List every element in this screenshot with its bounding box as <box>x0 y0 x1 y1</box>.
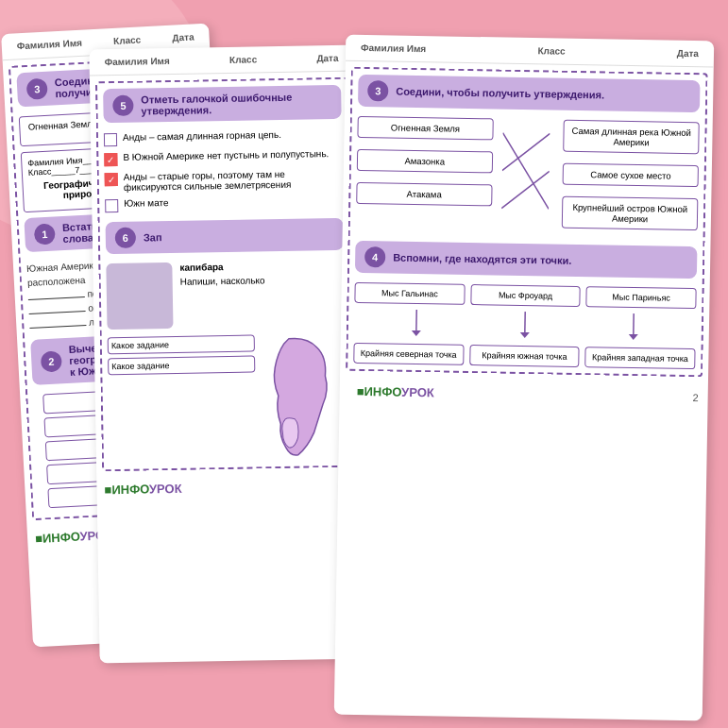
card3-task4-title: Вспомни, где находятся эти точки. <box>393 252 571 266</box>
logo-info3: ■ИНФО <box>357 384 402 399</box>
connect-lines <box>500 119 550 233</box>
card2-name-label: Фамилия Имя <box>104 56 169 67</box>
card3-header: Фамилия Имя Класс Дата <box>346 35 714 68</box>
task6-badge: 6 <box>115 228 136 248</box>
checkbox-item-3: ✓ Анды – старые горы, поэтому там не фик… <box>105 168 343 193</box>
task2-badge: 2 <box>41 350 62 372</box>
points-section: Мыс Гальинас Мыс Фроуард Мыс Париньяс <box>353 282 696 369</box>
task6-content: капибара Напиши, насколько <box>106 260 345 330</box>
logo-urok3: УРОК <box>401 385 434 400</box>
logo-urok2: УРОК <box>149 482 182 497</box>
card1-date-label: Дата <box>172 32 195 43</box>
south-america-map <box>261 333 338 457</box>
map-section: Какое задание Какое задание <box>108 333 347 464</box>
directions-row: Крайняя северная точка Крайняя южная точ… <box>353 343 695 369</box>
direction-1: Крайняя северная точка <box>353 343 464 365</box>
card3-task3-header: 3 Соедини, чтобы получить утверждения. <box>358 75 701 112</box>
checkbox-4 <box>105 199 118 212</box>
svg-marker-6 <box>520 332 530 338</box>
task6-header: 6 Зап <box>106 218 345 254</box>
left-box-1: Огненная Земля <box>357 116 493 141</box>
task5-badge: 5 <box>112 95 133 116</box>
card3-task3-badge: 3 <box>367 80 388 101</box>
checkbox-1-text: Анды – самая длинная горная цепь. <box>123 129 281 143</box>
card1-task3-badge: 3 <box>26 78 48 100</box>
left-box-3: Атакама <box>356 182 492 207</box>
connect-cols: Огненная Земля Амазонка Атакама <box>356 116 700 235</box>
task5-title: Отметь галочкой ошибочные утверждения. <box>141 91 331 117</box>
lines-area <box>500 119 554 233</box>
checkbox-3: ✓ <box>105 173 118 186</box>
right-box-2: Самое сухое место <box>563 163 699 188</box>
right-col: Самая длинная река Южной Америки Самое с… <box>562 120 700 235</box>
kakoe2: Какое задание <box>108 355 255 375</box>
direction-3: Крайняя западная точка <box>585 347 696 369</box>
cape-3: Мыс Париньяс <box>586 286 697 309</box>
connect-section: Огненная Земля Амазонка Атакама <box>356 116 700 235</box>
capes-row: Мыс Гальинас Мыс Фроуард Мыс Париньяс <box>354 282 696 309</box>
map-area <box>261 333 347 462</box>
arrows-svg <box>364 309 686 343</box>
questions-col: Какое задание Какое задание <box>108 334 257 464</box>
card3-task4-badge: 4 <box>364 246 385 267</box>
checkbox-1 <box>104 133 117 146</box>
left-box-2: Амазонка <box>357 149 493 174</box>
card3-task3-title: Соедини, чтобы получить утверждения. <box>396 86 604 101</box>
checkbox-item-4: Южн мате <box>105 195 343 212</box>
card3-dashed: 3 Соедини, чтобы получить утверждения. О… <box>346 67 708 378</box>
worksheet-card-2: Фамилия Имя Класс Дата 5 Отметь галочкой… <box>89 45 364 664</box>
card3-task4-header: 4 Вспомни, где находятся эти точки. <box>355 241 698 279</box>
card3-logo: ■ИНФОУРОК <box>349 381 442 404</box>
task6-title: Зап <box>144 231 162 243</box>
svg-line-2 <box>501 171 550 210</box>
checkbox-2-text: В Южной Америке нет пустынь и полупустын… <box>123 148 329 162</box>
kakoe1: Какое задание <box>108 334 255 354</box>
svg-marker-4 <box>412 330 421 336</box>
task6-text: капибара Напиши, насколько <box>179 261 265 329</box>
logo-info2: ■ИНФО <box>104 482 149 497</box>
svg-line-1 <box>501 133 550 172</box>
cape-2: Мыс Фроуард <box>470 284 581 307</box>
checkbox-3-text: Анды – старые горы, поэтому там не фикси… <box>124 168 343 193</box>
direction-2: Крайняя южная точка <box>469 345 580 367</box>
left-col: Огненная Земля Амазонка Атакама <box>356 116 494 231</box>
checkbox-4-text: Южн мате <box>124 197 169 209</box>
arrows-row <box>354 309 696 343</box>
animal-image <box>106 262 173 330</box>
svg-marker-8 <box>629 334 638 340</box>
svg-line-0 <box>501 133 550 210</box>
task1-badge: 1 <box>34 224 56 245</box>
card2-header: Фамилия Имя Класс Дата <box>89 45 353 76</box>
logo-info: ■ИНФО <box>35 530 80 546</box>
card3-footer: ■ИНФОУРОК 2 <box>339 377 707 413</box>
card2-dashed: 5 Отметь галочкой ошибочные утверждения.… <box>95 77 355 472</box>
page-number: 2 <box>692 392 698 403</box>
card2-class-label: Класс <box>229 54 257 65</box>
checkbox-2: ✓ <box>104 153 117 166</box>
card2-logo: ■ИНФОУРОК <box>96 475 361 501</box>
card1-name-label: Фамилия Имя <box>17 38 83 52</box>
card3-class-label: Класс <box>537 45 565 57</box>
right-box-1: Самая длинная река Южной Америки <box>564 120 700 155</box>
card3-date-label: Дата <box>677 48 699 59</box>
worksheet-card-3: Фамилия Имя Класс Дата 3 Соедини, чтобы … <box>334 35 715 721</box>
card1-class-label: Класс <box>113 34 142 46</box>
checkbox-item-2: ✓ В Южной Америке нет пустынь и полупуст… <box>104 148 342 166</box>
task5-header: 5 Отметь галочкой ошибочные утверждения. <box>103 85 342 123</box>
card2-date-label: Дата <box>316 53 338 63</box>
right-box-3: Крупнейший остров Южной Америки <box>562 196 698 231</box>
cape-1: Мыс Гальинас <box>354 282 465 305</box>
card3-name-label: Фамилия Имя <box>361 42 426 54</box>
checkbox-item-1: Анды – самая длинная горная цепь. <box>104 128 342 146</box>
